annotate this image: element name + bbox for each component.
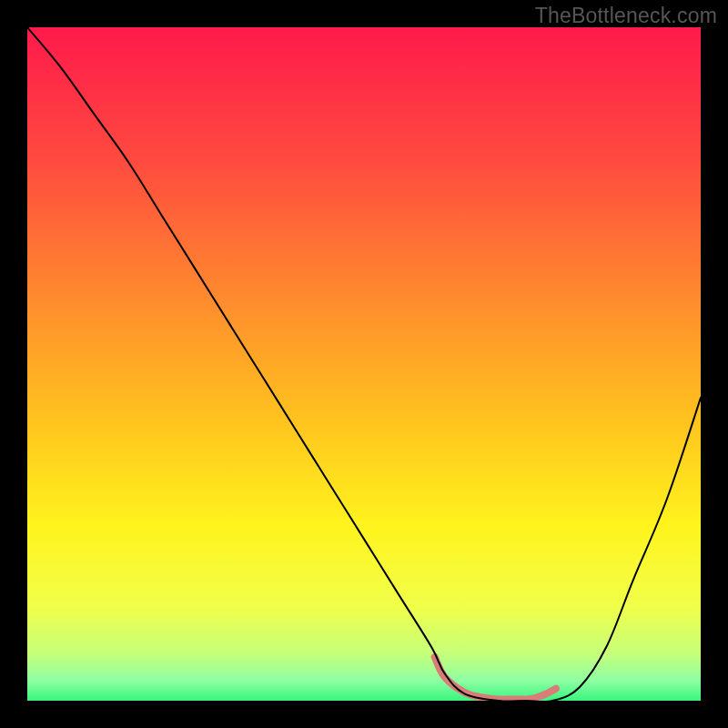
watermark-text: TheBottleneck.com (535, 4, 717, 28)
heat-background (27, 27, 701, 701)
chart-plot-area (27, 27, 701, 701)
chart-frame: TheBottleneck.com (0, 0, 728, 728)
chart-svg (27, 27, 701, 701)
